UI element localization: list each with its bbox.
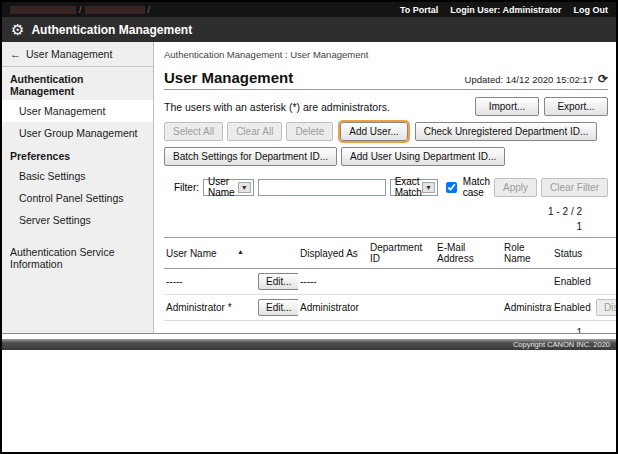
pagination-top: 1 - 2 / 2 1 — [164, 204, 608, 234]
updated-timestamp: Updated: 14/12 2020 15:02:17 — [465, 74, 593, 85]
chevron-down-icon: ▼ — [422, 182, 435, 193]
sidebar-item-control-panel-settings[interactable]: Control Panel Settings — [2, 187, 153, 209]
column-header-status: Status — [552, 238, 594, 269]
filter-field-value: User Name — [208, 176, 238, 198]
to-portal-link[interactable]: To Portal — [400, 5, 438, 15]
cell-role-name: Administrator — [502, 295, 552, 321]
add-user-button[interactable]: Add User... — [340, 122, 407, 141]
sidebar-item-server-settings[interactable]: Server Settings — [2, 209, 153, 231]
pagination-page[interactable]: 1 — [164, 325, 582, 333]
device-name-redacted: / / — [10, 5, 150, 15]
filter-label: Filter: — [174, 182, 199, 193]
redacted-block — [10, 6, 76, 14]
refresh-icon[interactable]: ⟳ — [598, 72, 608, 86]
sidebar-section-preferences: Preferences — [2, 144, 153, 165]
column-header-user-name-label: User Name — [166, 248, 217, 259]
pagination-page[interactable]: 1 — [164, 219, 582, 234]
edit-button[interactable]: Edit... — [258, 299, 298, 316]
chevron-down-icon: ▼ — [238, 182, 251, 193]
match-case-checkbox[interactable] — [446, 182, 457, 193]
disable-button[interactable]: Disable — [596, 299, 616, 316]
cell-status: Enabled — [552, 269, 594, 295]
add-user-using-department-id-button[interactable]: Add User Using Department ID... — [341, 147, 505, 166]
copyright-text: Copyright CANON INC. 2020 — [513, 340, 610, 349]
footer-bar: Copyright CANON INC. 2020 — [2, 339, 616, 350]
column-header-role-name: Role Name — [502, 238, 552, 269]
cell-user-name: ----- — [164, 269, 256, 295]
apply-button[interactable]: Apply — [494, 178, 537, 197]
match-case-label: Match case — [463, 176, 490, 198]
cell-email — [435, 269, 502, 295]
export-button[interactable]: Export... — [544, 97, 608, 116]
back-arrow-icon: ← — [10, 48, 21, 60]
filter-match-select[interactable]: Exact Match ▼ — [390, 179, 438, 196]
cell-displayed-as: ----- — [298, 269, 368, 295]
column-header-action — [594, 238, 616, 269]
sidebar-item-basic-settings[interactable]: Basic Settings — [2, 165, 153, 187]
clear-filter-button[interactable]: Clear Filter — [541, 178, 608, 197]
login-user: Login User: Administrator — [450, 5, 561, 15]
pagination-range: 1 - 2 / 2 — [164, 204, 582, 219]
cell-user-name: Administrator * — [164, 295, 256, 321]
cell-status: Enabled — [552, 295, 594, 321]
page-title: User Management — [164, 69, 293, 86]
select-all-button[interactable]: Select All — [164, 122, 223, 141]
column-header-displayed-as: Displayed As — [298, 238, 368, 269]
log-out-link[interactable]: Log Out — [574, 5, 609, 15]
table-header-row: User Name ▲ Displayed As Department ID E… — [164, 238, 616, 269]
cell-department-id — [368, 295, 435, 321]
sidebar-item-authentication-service-information[interactable]: Authentication Service Information — [2, 241, 153, 275]
table-row[interactable]: ----- Edit... ----- Enabled — [164, 269, 616, 295]
admin-note: The users with an asterisk (*) are admin… — [164, 101, 390, 113]
table-row[interactable]: Administrator * Edit... Administrator Ad… — [164, 295, 616, 321]
gear-icon: ⚙ — [11, 22, 24, 37]
filter-field-select[interactable]: User Name ▼ — [203, 179, 254, 196]
sidebar-item-user-group-management[interactable]: User Group Management — [2, 122, 153, 144]
cell-department-id — [368, 269, 435, 295]
sidebar-section-authentication-management: Authentication Management — [2, 67, 153, 100]
delete-button[interactable]: Delete — [286, 122, 333, 141]
app-title: Authentication Management — [31, 23, 192, 37]
sidebar: ← User Management Authentication Managem… — [2, 42, 154, 333]
top-bar: / / To Portal Login User: Administrator … — [2, 2, 616, 17]
filter-input[interactable] — [258, 179, 386, 196]
login-user-name: Administrator — [502, 5, 561, 15]
sort-ascending-icon[interactable]: ▲ — [237, 248, 244, 255]
column-header-department-id: Department ID — [368, 238, 435, 269]
column-header-email: E-Mail Address — [435, 238, 502, 269]
redacted-block — [85, 6, 145, 14]
import-button[interactable]: Import... — [475, 97, 539, 116]
user-table: User Name ▲ Displayed As Department ID E… — [164, 237, 616, 321]
cell-action — [594, 269, 616, 295]
login-user-label: Login User: — [450, 5, 500, 15]
sidebar-item-user-management[interactable]: User Management — [2, 100, 153, 122]
cell-action: Disable — [594, 295, 616, 321]
edit-button[interactable]: Edit... — [258, 273, 298, 290]
filter-match-value: Exact Match — [395, 176, 422, 198]
breadcrumb: Authentication Management : User Managem… — [164, 49, 608, 60]
cell-role-name — [502, 269, 552, 295]
column-header-edit — [256, 238, 298, 269]
main-content: Authentication Management : User Managem… — [154, 42, 616, 333]
page: / / To Portal Login User: Administrator … — [0, 0, 618, 454]
empty-area — [2, 350, 616, 452]
sidebar-back-label: User Management — [26, 48, 112, 60]
cell-displayed-as: Administrator — [298, 295, 368, 321]
app-header: ⚙ Authentication Management — [2, 17, 616, 42]
cell-email — [435, 295, 502, 321]
pagination-bottom: 1 1 - 2 / 2 — [164, 325, 608, 333]
check-unregistered-department-id-button[interactable]: Check Unregistered Department ID... — [415, 122, 598, 141]
column-header-user-name[interactable]: User Name ▲ — [164, 238, 256, 269]
batch-settings-department-id-button[interactable]: Batch Settings for Department ID... — [164, 147, 337, 166]
clear-all-button[interactable]: Clear All — [227, 122, 282, 141]
separator: / — [79, 5, 82, 15]
separator: / — [148, 5, 151, 15]
sidebar-back-link[interactable]: ← User Management — [2, 42, 153, 67]
